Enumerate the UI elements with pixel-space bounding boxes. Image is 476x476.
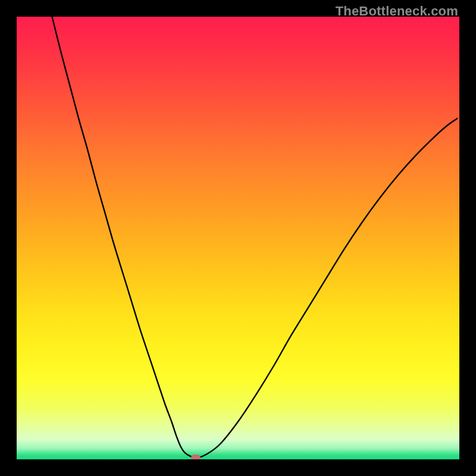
plot-area [17,17,459,459]
chart-frame: TheBottleneck.com [0,0,476,476]
optimal-marker [191,455,201,459]
watermark-text: TheBottleneck.com [336,4,458,19]
bottleneck-curve [17,17,459,459]
